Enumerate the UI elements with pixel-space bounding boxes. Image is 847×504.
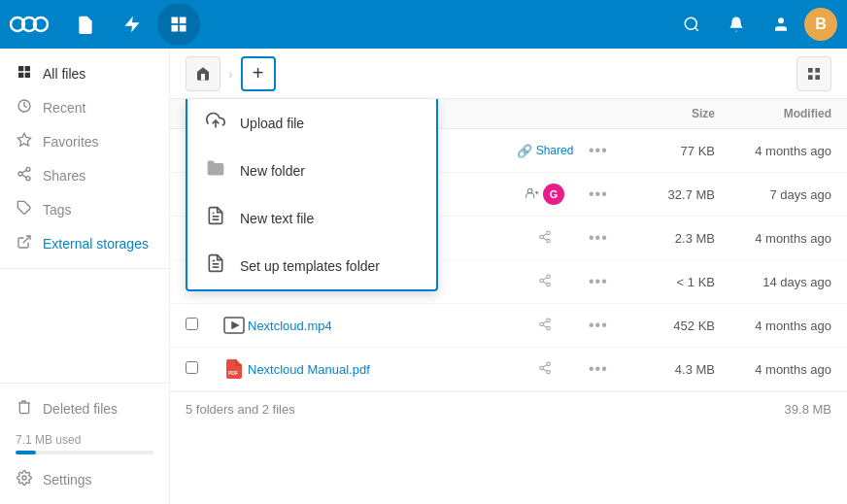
sidebar-item-favorites[interactable]: Favorites <box>0 124 169 158</box>
svg-line-50 <box>543 324 547 326</box>
svg-point-49 <box>547 326 551 330</box>
sidebar-divider <box>0 268 169 269</box>
svg-point-15 <box>26 177 30 181</box>
new-text-file-item[interactable]: New text file <box>187 194 436 242</box>
svg-point-20 <box>22 476 26 480</box>
user-avatar[interactable]: B <box>804 8 837 41</box>
row-checkbox[interactable] <box>186 361 220 377</box>
new-text-file-label: New text file <box>240 211 314 226</box>
storage-bar <box>16 451 153 454</box>
activity-shortcut-icon[interactable] <box>111 3 153 46</box>
share-person-icon <box>525 186 539 203</box>
file-size: 4.3 MB <box>627 362 715 377</box>
sidebar-item-external-storages[interactable]: External storages <box>0 226 169 260</box>
sidebar: All files Recent Favorites Shares Tags <box>0 49 170 504</box>
svg-point-13 <box>26 167 30 171</box>
svg-line-51 <box>543 320 547 322</box>
upload-file-label: Upload file <box>240 116 304 131</box>
grid-view-button[interactable] <box>796 56 831 91</box>
svg-point-47 <box>547 319 551 322</box>
row-checkbox[interactable] <box>186 318 220 333</box>
sidebar-item-settings[interactable]: Settings <box>0 462 169 496</box>
row-actions-icon[interactable]: ••• <box>589 317 608 333</box>
sidebar-item-recent[interactable]: Recent <box>0 90 169 124</box>
shared-label: Shared <box>536 144 574 157</box>
file-name[interactable]: Nextcloud.mp4 <box>248 319 332 333</box>
shares-icon <box>16 166 33 185</box>
file-modified: 14 days ago <box>715 275 831 289</box>
top-nav-right: B <box>670 3 837 46</box>
svg-line-17 <box>22 170 27 173</box>
row-actions-icon[interactable]: ••• <box>589 142 608 158</box>
share-icon[interactable] <box>538 274 552 290</box>
share-icon[interactable] <box>538 230 552 247</box>
file-size: < 1 KB <box>627 275 715 289</box>
file-type-icon: PDF <box>220 355 248 383</box>
row-actions-icon[interactable]: ••• <box>589 229 608 246</box>
svg-rect-4 <box>172 17 179 24</box>
breadcrumb-chevron: › <box>228 66 233 82</box>
files-total-size: 39.8 MB <box>785 402 831 417</box>
svg-line-57 <box>543 364 547 366</box>
svg-rect-7 <box>180 25 186 32</box>
row-actions-icon[interactable]: ••• <box>589 360 608 377</box>
svg-point-8 <box>685 17 696 29</box>
sidebar-item-all-files[interactable]: All files <box>0 56 169 90</box>
app-shortcuts <box>64 3 200 46</box>
search-icon[interactable] <box>670 3 713 46</box>
svg-point-10 <box>778 17 784 23</box>
svg-point-34 <box>547 231 551 235</box>
sidebar-item-deleted-files[interactable]: Deleted files <box>0 391 169 425</box>
sidebar-item-shares[interactable]: Shares <box>0 158 169 192</box>
file-size: 32.7 MB <box>627 187 715 202</box>
notifications-icon[interactable] <box>715 3 758 46</box>
sidebar-item-tags[interactable]: Tags <box>0 192 169 226</box>
file-modified: 4 months ago <box>715 319 831 333</box>
main-layout: All files Recent Favorites Shares Tags <box>0 49 847 504</box>
link-icon: 🔗 <box>517 144 532 158</box>
upload-file-item[interactable]: Upload file <box>187 99 436 147</box>
templates-folder-label: Set up templates folder <box>240 258 380 274</box>
gallery-shortcut-icon[interactable] <box>157 3 200 46</box>
sidebar-item-label: All files <box>43 66 85 82</box>
contacts-icon[interactable] <box>760 3 802 46</box>
external-storages-icon <box>16 234 33 252</box>
share-info <box>501 361 589 378</box>
sidebar-item-label: Shares <box>43 168 85 184</box>
new-folder-icon <box>205 158 226 183</box>
recent-icon <box>16 98 33 117</box>
svg-line-16 <box>22 175 27 178</box>
share-icon[interactable] <box>538 361 552 378</box>
new-text-file-icon <box>205 206 226 230</box>
new-folder-item[interactable]: New folder <box>187 147 436 194</box>
content-area: › + Upload file New folder <box>170 49 847 504</box>
row-actions-icon[interactable]: ••• <box>589 185 608 202</box>
svg-point-40 <box>547 275 551 279</box>
share-info <box>501 230 589 247</box>
templates-folder-item[interactable]: Set up templates folder <box>187 242 436 289</box>
storage-bar-fill <box>16 451 36 454</box>
storage-used-label: 7.1 MB used <box>16 433 81 447</box>
svg-marker-12 <box>17 133 30 146</box>
sidebar-item-label: Deleted files <box>43 401 118 417</box>
svg-rect-6 <box>172 25 179 32</box>
app-logo[interactable] <box>10 12 49 37</box>
svg-line-44 <box>543 277 547 279</box>
sidebar-item-label: Tags <box>43 202 72 218</box>
share-icon[interactable] <box>538 318 552 334</box>
svg-text:PDF: PDF <box>228 370 238 376</box>
all-files-icon <box>16 64 33 83</box>
table-row: Nextcloud.mp4 ••• 452 KB 4 months ago <box>170 304 847 348</box>
sidebar-item-label: Settings <box>43 472 92 487</box>
top-navigation: B <box>0 0 847 49</box>
svg-point-48 <box>540 322 544 326</box>
new-folder-label: New folder <box>240 163 305 179</box>
new-button[interactable]: + <box>241 56 276 91</box>
home-button[interactable] <box>186 56 220 91</box>
svg-line-19 <box>23 236 30 243</box>
svg-line-56 <box>543 368 547 370</box>
svg-point-55 <box>547 370 551 374</box>
file-name[interactable]: Nextcloud Manual.pdf <box>248 362 370 377</box>
files-shortcut-icon[interactable] <box>64 3 107 46</box>
row-actions-icon[interactable]: ••• <box>589 273 608 289</box>
